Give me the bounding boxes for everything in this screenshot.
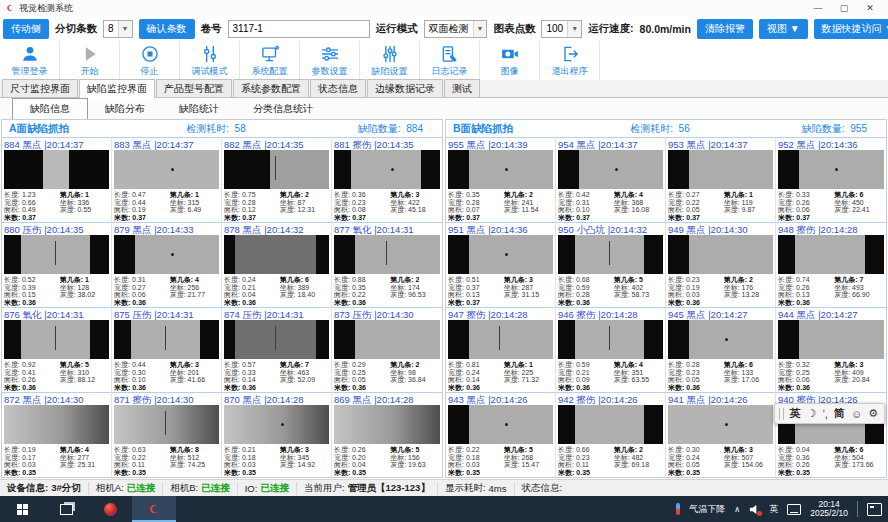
ime-drag-handle[interactable] bbox=[779, 408, 784, 420]
toolbar-button-log[interactable]: 日志记录 bbox=[420, 41, 480, 80]
start-button[interactable] bbox=[0, 496, 44, 522]
defect-cell[interactable]: 947 擦伤 |20:14:28长度: 0.81宽度: 0.24面积: 0.14… bbox=[446, 307, 556, 392]
subtab-0[interactable]: 缺陷信息 bbox=[12, 98, 88, 120]
toolbar-button-sliders-v[interactable]: 缺陷设置 bbox=[360, 41, 420, 80]
toolbar-button-user[interactable]: 管理登录 bbox=[0, 41, 60, 80]
roll-number-input[interactable] bbox=[228, 20, 370, 38]
tab-3[interactable]: 系统参数配置 bbox=[233, 79, 309, 97]
defect-cell[interactable]: 948 擦伤 |20:14:28长度: 0.74宽度: 0.26面积: 0.13… bbox=[776, 222, 886, 307]
defect-area: 面积: 0.06 bbox=[778, 376, 834, 384]
confirm-count-button[interactable]: 确认条数 bbox=[139, 19, 195, 39]
ime-keyboard-icon[interactable] bbox=[787, 504, 801, 515]
display-time: 显示耗时:4ms bbox=[438, 482, 515, 495]
taskbar-app-active[interactable] bbox=[132, 496, 176, 522]
state-info: 状态信息: bbox=[515, 482, 570, 495]
defect-cell[interactable]: 943 黑点 |20:14:26长度: 0.22宽度: 0.18面积: 0.03… bbox=[446, 392, 556, 477]
defect-cell[interactable]: 870 黑点 |20:14:28长度: 0.21宽度: 0.18面积: 0.03… bbox=[222, 392, 332, 477]
toolbar-button-tune[interactable]: 调试模式 bbox=[180, 41, 240, 80]
subtab-1[interactable]: 缺陷分布 bbox=[88, 99, 162, 119]
chart-points-select[interactable]: 100 ▼ bbox=[541, 20, 582, 38]
defect-cell[interactable]: 884 黑点 |20:14:37长度: 1.23宽度: 0.66面积: 0.49… bbox=[2, 137, 112, 222]
tab-4[interactable]: 状态信息 bbox=[310, 79, 366, 97]
gear-icon[interactable]: ⚙ bbox=[868, 407, 878, 420]
defect-cell[interactable]: 955 黑点 |20:14:39长度: 0.35宽度: 0.28面积: 0.07… bbox=[446, 137, 556, 222]
toolbar-button-camera[interactable]: 图像 bbox=[480, 41, 540, 80]
defect-area: 面积: 0.12 bbox=[224, 206, 280, 214]
clear-alarm-button[interactable]: 清除报警 bbox=[697, 19, 753, 39]
view-menu-button[interactable]: 视图 ▼ bbox=[759, 19, 808, 39]
taskbar-clock[interactable]: 20:14 2025/2/10 bbox=[810, 500, 848, 519]
defect-cell[interactable]: 875 压伤 |20:14:31长度: 0.44宽度: 0.30面积: 0.10… bbox=[112, 307, 222, 392]
defect-width: 宽度: 0.23 bbox=[334, 199, 390, 207]
thermometer-icon bbox=[676, 503, 680, 515]
defect-cell[interactable]: 949 黑点 |20:14:30长度: 0.23宽度: 0.19面积: 0.03… bbox=[666, 222, 776, 307]
defect-cell[interactable]: 946 擦伤 |20:14:28长度: 0.59宽度: 0.21面积: 0.09… bbox=[556, 307, 666, 392]
task-view-button[interactable] bbox=[44, 496, 88, 522]
defect-id: 872 bbox=[4, 394, 20, 405]
run-mode-select[interactable]: 双面检测 ▼ bbox=[424, 20, 488, 38]
defect-cell[interactable]: 954 黑点 |20:14:37长度: 0.42宽度: 0.31面积: 0.10… bbox=[556, 137, 666, 222]
volume-icon[interactable] bbox=[749, 504, 760, 515]
minimize-button[interactable]: — bbox=[805, 0, 831, 16]
tab-1[interactable]: 缺陷监控界面 bbox=[79, 79, 155, 98]
tab-5[interactable]: 边缘数据记录 bbox=[367, 79, 443, 97]
tab-2[interactable]: 产品型号配置 bbox=[156, 79, 232, 97]
defect-cell[interactable]: 942 擦伤 |20:14:26长度: 0.66宽度: 0.23面积: 0.11… bbox=[556, 392, 666, 477]
tab-0[interactable]: 尺寸监控界面 bbox=[2, 79, 78, 97]
emoji-icon[interactable]: ☺ bbox=[851, 408, 862, 420]
defect-cell[interactable]: 941 黑点 |20:14:26长度: 0.30宽度: 0.24面积: 0.05… bbox=[666, 392, 776, 477]
defect-length: 长度: 0.28 bbox=[668, 361, 724, 369]
defect-area: 面积: 0.13 bbox=[778, 291, 834, 299]
tab-6[interactable]: 测试 bbox=[444, 79, 480, 97]
slit-count-select[interactable]: 8 ▼ bbox=[103, 20, 133, 38]
defect-meter: 米数: 0.36 bbox=[334, 384, 390, 392]
defect-cell[interactable]: 881 擦伤 |20:14:35长度: 0.36宽度: 0.23面积: 0.08… bbox=[332, 137, 442, 222]
toolbar-button-sliders-h[interactable]: 参数设置 bbox=[300, 41, 360, 80]
defect-info: 长度: 0.21宽度: 0.18面积: 0.03米数: 0.35第几条: 3坐标… bbox=[224, 444, 329, 477]
input-language-indicator[interactable]: 英 bbox=[769, 503, 778, 516]
defect-cell[interactable]: 883 黑点 |20:14:37长度: 0.47宽度: 0.44面积: 0.19… bbox=[112, 137, 222, 222]
defect-cell[interactable]: 944 黑点 |20:14:27长度: 0.32宽度: 0.25面积: 0.06… bbox=[776, 307, 886, 392]
defect-cell-header: 879 黑点 |20:14:33 bbox=[114, 223, 219, 235]
notification-icon[interactable] bbox=[867, 503, 882, 516]
defect-cell[interactable]: 879 黑点 |20:14:33长度: 0.31宽度: 0.27面积: 0.06… bbox=[112, 222, 222, 307]
run-mode-label: 运行模式 bbox=[376, 22, 418, 36]
weather-widget[interactable]: 气温下降 bbox=[689, 503, 725, 516]
defect-cell[interactable]: 872 黑点 |20:14:30长度: 0.19宽度: 0.17面积: 0.03… bbox=[2, 392, 112, 477]
defect-coordinate: 坐标: 463 bbox=[280, 369, 329, 377]
defect-cell[interactable]: 873 压伤 |20:14:30长度: 0.29宽度: 0.25面积: 0.05… bbox=[332, 307, 442, 392]
defect-cell[interactable]: 878 黑点 |20:14:32长度: 0.24宽度: 0.21面积: 0.04… bbox=[222, 222, 332, 307]
subtab-2[interactable]: 缺陷统计 bbox=[162, 99, 236, 119]
close-button[interactable]: ✕ bbox=[857, 0, 883, 16]
toolbar-button-play[interactable]: 开始 bbox=[60, 41, 120, 80]
defect-cell[interactable]: 882 黑点 |20:14:35长度: 0.75宽度: 0.28面积: 0.12… bbox=[222, 137, 332, 222]
defect-cell[interactable]: 871 擦伤 |20:14:30长度: 0.63宽度: 0.22面积: 0.11… bbox=[112, 392, 222, 477]
moon-icon[interactable]: ☽ bbox=[807, 407, 817, 420]
defect-cell[interactable]: 951 黑点 |20:14:36长度: 0.51宽度: 0.37面积: 0.13… bbox=[446, 222, 556, 307]
defect-info: 长度: 0.31宽度: 0.27面积: 0.06米数: 0.36第几条: 4坐标… bbox=[114, 274, 219, 307]
ime-lang-toggle[interactable]: 英 bbox=[790, 406, 801, 421]
defect-cell[interactable]: 876 氧化 |20:14:31长度: 0.92宽度: 0.41面积: 0.26… bbox=[2, 307, 112, 392]
drive-side-button[interactable]: 传动侧 bbox=[3, 19, 49, 39]
tray-expand-chevron[interactable]: ∧ bbox=[734, 505, 740, 514]
ime-simplified-toggle[interactable]: 简 bbox=[834, 406, 845, 421]
defect-cell[interactable]: 877 氧化 |20:14:31长度: 0.88宽度: 0.35面积: 0.22… bbox=[332, 222, 442, 307]
toolbar-button-monitor[interactable]: 系统配置 bbox=[240, 41, 300, 80]
maximize-button[interactable]: ▢ bbox=[831, 0, 857, 16]
toolbar-button-exit[interactable]: 退出程序 bbox=[540, 41, 600, 80]
defect-cell[interactable]: 945 黑点 |20:14:27长度: 0.28宽度: 0.23面积: 0.05… bbox=[666, 307, 776, 392]
data-quick-access-menu-button[interactable]: 数据快捷访问 ▼ bbox=[814, 19, 888, 39]
defect-cell[interactable]: 869 黑点 |20:14:28长度: 0.26宽度: 0.20面积: 0.04… bbox=[332, 392, 442, 477]
defect-time: |20:14:30 bbox=[708, 224, 747, 235]
toolbar-button-stop[interactable]: 停止 bbox=[120, 41, 180, 80]
defect-image bbox=[4, 405, 109, 443]
defect-cell[interactable]: 880 压伤 |20:14:35长度: 0.52宽度: 0.39面积: 0.15… bbox=[2, 222, 112, 307]
defect-cell[interactable]: 950 小凸坑 |20:14:32长度: 0.68宽度: 0.59面积: 0.2… bbox=[556, 222, 666, 307]
defect-image bbox=[114, 235, 219, 273]
defect-cell[interactable]: 953 黑点 |20:14:37长度: 0.27宽度: 0.22面积: 0.05… bbox=[666, 137, 776, 222]
defect-cell[interactable]: 952 黑点 |20:14:36长度: 0.33宽度: 0.26面积: 0.06… bbox=[776, 137, 886, 222]
defect-cell[interactable]: 874 压伤 |20:14:31长度: 0.57宽度: 0.33面积: 0.14… bbox=[222, 307, 332, 392]
taskbar-app-1[interactable] bbox=[88, 496, 132, 522]
ime-punctuation-toggle[interactable]: ’, bbox=[822, 408, 828, 420]
subtab-3[interactable]: 分类信息统计 bbox=[236, 99, 330, 119]
